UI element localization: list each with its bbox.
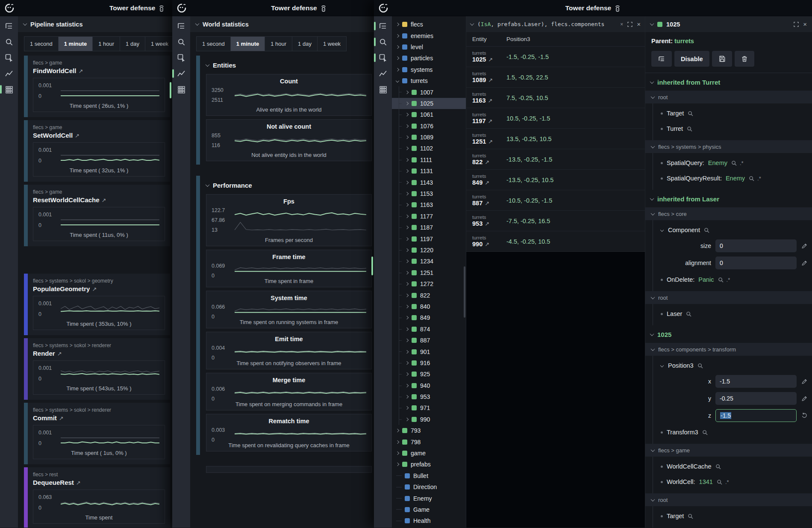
tree-item-1220[interactable]: 1220 bbox=[392, 245, 466, 256]
search-icon[interactable] bbox=[172, 37, 190, 47]
panel-header-world-statistics[interactable]: World statistics bbox=[190, 16, 374, 32]
tree-item-1007[interactable]: 1007 bbox=[392, 86, 466, 97]
edit-pencil-icon[interactable] bbox=[801, 378, 808, 385]
entity-cell[interactable]: turrets953↗ bbox=[466, 214, 506, 227]
tree-item-798[interactable]: 798 bbox=[392, 436, 466, 447]
metric-chart-count[interactable]: Count32502511Alive entity ids in the wor… bbox=[206, 74, 372, 116]
query-result-row[interactable]: turrets1089↗1.5, -0.25, 22.5 bbox=[466, 67, 645, 88]
tree-item-enemies[interactable]: enemies bbox=[392, 30, 466, 41]
component-group-flecs-components-transform[interactable]: flecs > components > transform bbox=[645, 343, 812, 356]
chevron-right-icon[interactable] bbox=[405, 169, 409, 173]
entity-cell[interactable]: turrets1025↗ bbox=[466, 50, 506, 63]
chevron-right-icon[interactable] bbox=[405, 327, 409, 330]
component-group-flecs-core[interactable]: flecs > core bbox=[645, 207, 812, 220]
chevron-right-icon[interactable] bbox=[405, 418, 409, 421]
outline-tree-icon[interactable] bbox=[172, 21, 190, 31]
search-icon[interactable] bbox=[749, 176, 754, 181]
stat-card-PopulateGeometry[interactable]: flecs > systems > sokol > geometryPopula… bbox=[24, 274, 170, 335]
query-result-row[interactable]: turrets1197↗10.5, -0.25, -1.5 bbox=[466, 108, 645, 129]
stat-card-Render[interactable]: flecs > systems > sokol > rendererRender… bbox=[24, 338, 170, 400]
tree-item-940[interactable]: 940 bbox=[392, 380, 466, 391]
tree-item-Game[interactable]: Game bbox=[392, 504, 466, 515]
column-header-entity[interactable]: Entity bbox=[466, 36, 506, 42]
close-panel-icon[interactable]: × bbox=[803, 21, 807, 28]
chevron-right-icon[interactable] bbox=[405, 316, 409, 319]
inspect-entity-icon[interactable] bbox=[0, 53, 18, 62]
component-position3[interactable]: Position3 bbox=[653, 358, 812, 373]
statistics-icon[interactable] bbox=[0, 69, 18, 78]
chevron-down-icon[interactable] bbox=[470, 21, 474, 26]
chevron-right-icon[interactable] bbox=[405, 305, 409, 308]
open-link-icon[interactable]: ↗ bbox=[57, 351, 62, 357]
tree-item-1272[interactable]: 1272 bbox=[392, 278, 466, 289]
component-target[interactable]: Target bbox=[653, 508, 812, 524]
entity-cell[interactable]: turrets990↗ bbox=[466, 235, 506, 248]
field-input-y[interactable]: -0.25 bbox=[715, 392, 797, 405]
component-spatialqueryresult[interactable]: SpatialQueryResult:Enemy.* bbox=[653, 171, 812, 186]
tree-item-901[interactable]: 901 bbox=[392, 346, 466, 357]
tree-item-840[interactable]: 840 bbox=[392, 301, 466, 312]
chevron-right-icon[interactable] bbox=[405, 395, 409, 398]
query-result-row[interactable]: turrets822↗-13.5, -0.25, -1.5 bbox=[466, 149, 645, 170]
chevron-right-icon[interactable] bbox=[405, 180, 409, 184]
search-icon[interactable] bbox=[704, 227, 709, 233]
statistics-icon[interactable] bbox=[374, 69, 392, 78]
stat-card-SetWorldCell[interactable]: flecs > gameSetWorldCell↗0.0010Time spen… bbox=[24, 120, 170, 182]
tab-1-week[interactable]: 1 week bbox=[145, 37, 172, 51]
edit-pencil-icon[interactable] bbox=[801, 395, 808, 402]
scrollbar-thumb[interactable] bbox=[170, 82, 171, 98]
search-icon[interactable] bbox=[687, 126, 692, 132]
tree-item-Enemy[interactable]: Enemy bbox=[392, 493, 466, 504]
component-group-root[interactable]: root bbox=[645, 291, 812, 304]
tree-item-925[interactable]: 925 bbox=[392, 369, 466, 380]
open-link-icon[interactable]: ↗ bbox=[488, 97, 492, 104]
entity-id[interactable]: 1163↗ bbox=[472, 97, 506, 104]
stat-card-DequeueRest[interactable]: flecs > restDequeueRest↗0.0630Time spent bbox=[24, 467, 170, 528]
chevron-down-icon[interactable] bbox=[396, 79, 399, 83]
tree-item-1102[interactable]: 1102 bbox=[392, 143, 466, 154]
entity-cell[interactable]: turrets1163↗ bbox=[466, 91, 506, 104]
system-name[interactable]: SetWorldCell↗ bbox=[33, 132, 165, 139]
chevron-right-icon[interactable] bbox=[396, 34, 399, 37]
tree-item-916[interactable]: 916 bbox=[392, 357, 466, 369]
column-header-position3[interactable]: Position3 bbox=[506, 36, 530, 42]
chevron-right-icon[interactable] bbox=[396, 440, 399, 443]
tree-item-1153[interactable]: 1153 bbox=[392, 188, 466, 199]
open-link-icon[interactable]: ↗ bbox=[485, 159, 489, 165]
system-name[interactable]: ResetWorldCellCache↗ bbox=[33, 196, 165, 204]
expand-panel-icon[interactable] bbox=[793, 21, 799, 27]
search-icon[interactable] bbox=[718, 277, 724, 283]
tab-1-minute[interactable]: 1 minute bbox=[59, 37, 92, 51]
chevron-right-icon[interactable] bbox=[405, 237, 409, 240]
tree-item-1089[interactable]: 1089 bbox=[392, 132, 466, 143]
chevron-right-icon[interactable] bbox=[396, 56, 399, 60]
chevron-right-icon[interactable] bbox=[405, 282, 409, 286]
chevron-right-icon[interactable] bbox=[405, 406, 409, 410]
open-link-icon[interactable]: ↗ bbox=[488, 77, 493, 83]
save-button[interactable] bbox=[712, 51, 732, 67]
entity-id[interactable]: 953↗ bbox=[472, 220, 506, 227]
component-target[interactable]: Target bbox=[653, 106, 812, 121]
open-link-icon[interactable]: ↗ bbox=[485, 241, 489, 248]
tree-item-1177[interactable]: 1177 bbox=[392, 211, 466, 222]
tree-item-1163[interactable]: 1163 bbox=[392, 199, 466, 210]
undo-icon[interactable] bbox=[801, 412, 808, 419]
tree-item-Bullet[interactable]: Bullet bbox=[392, 470, 466, 481]
disable-button[interactable]: Disable bbox=[674, 51, 709, 67]
statistics-icon[interactable] bbox=[172, 69, 190, 78]
tree-item-game[interactable]: game bbox=[392, 448, 466, 459]
system-name[interactable]: DequeueRest↗ bbox=[33, 479, 165, 486]
chevron-right-icon[interactable] bbox=[405, 260, 409, 263]
component-worldcellcache[interactable]: WorldCellCache bbox=[653, 459, 812, 474]
tree-item-990[interactable]: 990 bbox=[392, 414, 466, 425]
component-group-flecs-game[interactable]: flecs > game bbox=[645, 444, 812, 457]
component-worldcell[interactable]: WorldCell:1341.* bbox=[653, 474, 812, 490]
system-name[interactable]: Commit↗ bbox=[33, 414, 165, 422]
tree-item-flecs[interactable]: flecs bbox=[392, 19, 466, 30]
chevron-right-icon[interactable] bbox=[405, 271, 409, 274]
tree-item-particles[interactable]: particles bbox=[392, 53, 466, 64]
section-header[interactable]: Entities bbox=[206, 59, 372, 74]
search-icon[interactable] bbox=[697, 363, 703, 369]
entity-cell[interactable]: turrets849↗ bbox=[466, 173, 506, 186]
entity-cell[interactable]: turrets822↗ bbox=[466, 153, 506, 166]
